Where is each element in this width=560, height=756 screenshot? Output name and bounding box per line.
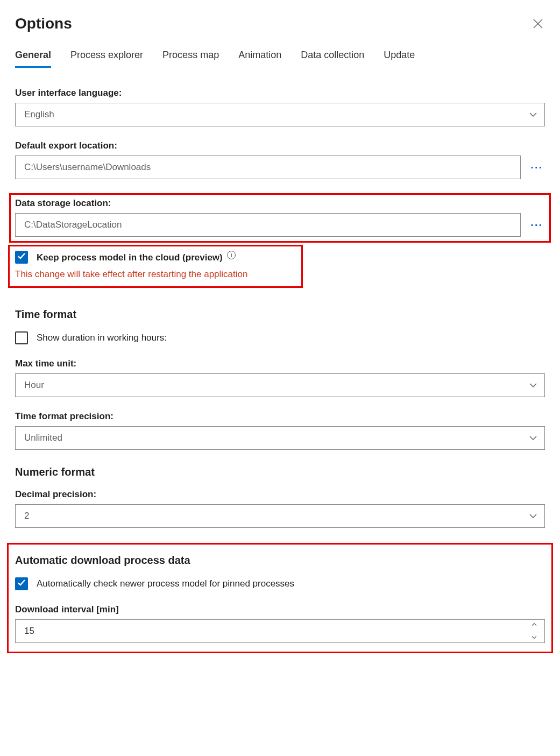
language-select[interactable]: English bbox=[15, 103, 545, 126]
time-precision-value: Unlimited bbox=[24, 433, 62, 443]
keep-cloud-checkbox[interactable] bbox=[15, 251, 28, 264]
close-button[interactable] bbox=[531, 17, 545, 31]
time-precision-select[interactable]: Unlimited bbox=[15, 426, 545, 450]
export-location-value: C:\Users\username\Downloads bbox=[24, 162, 151, 173]
max-time-unit-label: Max time unit: bbox=[15, 358, 545, 369]
ellipsis-icon: ··· bbox=[530, 219, 543, 231]
chevron-down-icon bbox=[529, 433, 537, 443]
download-interval-input[interactable]: 15 bbox=[15, 619, 545, 643]
ellipsis-icon: ··· bbox=[530, 161, 543, 173]
auto-download-heading: Automatic download process data bbox=[15, 554, 545, 567]
time-format-heading: Time format bbox=[15, 308, 545, 321]
time-precision-label: Time format precision: bbox=[15, 411, 545, 422]
data-storage-value: C:\DataStorageLocation bbox=[24, 220, 122, 230]
decimal-precision-select[interactable]: 2 bbox=[15, 504, 545, 528]
tab-process-map[interactable]: Process map bbox=[162, 50, 219, 68]
show-duration-label: Show duration in working hours: bbox=[37, 333, 167, 343]
export-location-input[interactable]: C:\Users\username\Downloads bbox=[15, 156, 521, 179]
language-label: User interface language: bbox=[15, 88, 545, 98]
chevron-down-icon bbox=[529, 633, 539, 641]
decimal-precision-label: Decimal precision: bbox=[15, 489, 545, 500]
export-location-label: Default export location: bbox=[15, 140, 545, 151]
numeric-format-heading: Numeric format bbox=[15, 466, 545, 478]
show-duration-checkbox[interactable] bbox=[15, 331, 28, 344]
keep-cloud-warning: This change will take effect after resta… bbox=[15, 269, 296, 280]
tab-general[interactable]: General bbox=[15, 50, 51, 68]
page-title: Options bbox=[15, 15, 72, 32]
download-interval-label: Download interval [min] bbox=[15, 604, 545, 615]
data-storage-input[interactable]: C:\DataStorageLocation bbox=[15, 213, 521, 237]
close-icon bbox=[533, 19, 543, 29]
download-interval-value: 15 bbox=[24, 626, 34, 637]
export-location-browse-button[interactable]: ··· bbox=[528, 162, 545, 173]
data-storage-label: Data storage location: bbox=[15, 198, 545, 209]
keep-cloud-label: Keep process model in the cloud (preview… bbox=[37, 253, 223, 263]
decimal-precision-value: 2 bbox=[24, 511, 29, 521]
auto-check-label: Automatically check newer process model … bbox=[37, 578, 294, 589]
tab-animation[interactable]: Animation bbox=[238, 50, 281, 68]
chevron-down-icon bbox=[529, 380, 537, 391]
max-time-unit-value: Hour bbox=[24, 380, 44, 391]
spinner-up-button[interactable] bbox=[527, 621, 541, 628]
chevron-down-icon bbox=[529, 109, 537, 120]
language-value: English bbox=[24, 109, 54, 120]
tab-data-collection[interactable]: Data collection bbox=[301, 50, 364, 68]
chevron-down-icon bbox=[529, 511, 537, 521]
tab-process-explorer[interactable]: Process explorer bbox=[70, 50, 143, 68]
tabs: General Process explorer Process map Ani… bbox=[15, 50, 545, 68]
info-icon[interactable]: i bbox=[227, 251, 236, 259]
spinner-down-button[interactable] bbox=[527, 634, 541, 641]
max-time-unit-select[interactable]: Hour bbox=[15, 373, 545, 397]
check-icon bbox=[17, 578, 26, 590]
chevron-up-icon bbox=[529, 620, 539, 628]
data-storage-browse-button[interactable]: ··· bbox=[528, 220, 545, 230]
auto-check-checkbox[interactable] bbox=[15, 577, 28, 590]
tab-update[interactable]: Update bbox=[384, 50, 415, 68]
check-icon bbox=[17, 252, 26, 263]
